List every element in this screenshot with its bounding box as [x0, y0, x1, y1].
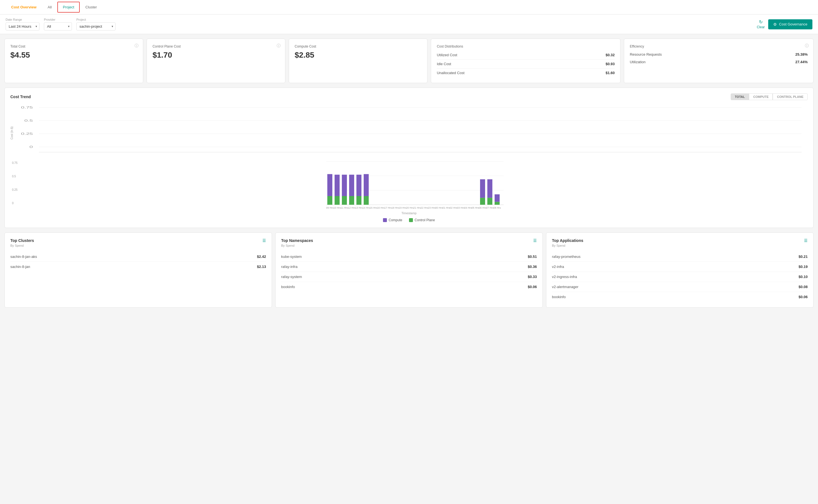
- top-namespaces-card: Top Namespaces ☰ By Spend kube-system $0…: [275, 232, 543, 308]
- app-value-4: $0.06: [798, 295, 808, 299]
- cost-governance-button[interactable]: ⚙ Cost Governance: [768, 19, 812, 29]
- svg-rect-15: [327, 196, 332, 205]
- cluster-label-0: sachin-8-jan-aks: [10, 255, 37, 259]
- cluster-row-0: sachin-8-jan-aks $2.42: [10, 252, 266, 262]
- app-label-0: rafay-prometheus: [552, 255, 580, 259]
- resource-requests-row: Resource Requests 25.38%: [630, 51, 808, 58]
- svg-text:14 Hrs: 14 Hrs: [363, 206, 370, 209]
- svg-rect-14: [327, 174, 332, 196]
- chart-tab-total[interactable]: TOTAL: [731, 93, 749, 100]
- efficiency-info-icon[interactable]: ⓘ: [805, 43, 809, 48]
- cluster-value-0: $2.42: [257, 255, 266, 259]
- date-range-label: Date Range: [6, 18, 39, 21]
- chart-tabs: TOTAL COMPUTE CONTROL PLANE: [731, 93, 808, 100]
- tab-cluster[interactable]: Cluster: [80, 1, 102, 14]
- provider-label: Provider: [44, 18, 72, 21]
- cost-governance-label: Cost Governance: [779, 22, 807, 26]
- control-plane-cost-value: $1.70: [152, 51, 279, 60]
- bar-chart-container: 09 Hrs10 Hrs11 Hrs12 Hrs13 Hrs14 Hrs15 H…: [25, 161, 805, 210]
- namespace-value-2: $0.33: [528, 275, 537, 279]
- svg-text:19 Hrs: 19 Hrs: [399, 206, 406, 209]
- compute-legend-label: Compute: [389, 218, 402, 222]
- svg-rect-51: [487, 198, 492, 205]
- cost-dist-title: Cost Distributions: [437, 44, 615, 48]
- app-row-4: bookinfo $0.06: [552, 292, 808, 302]
- cost-trend-card: Cost Trend TOTAL COMPUTE CONTROL PLANE C…: [4, 88, 814, 228]
- top-applications-card: Top Applications ☰ By Spend rafay-promet…: [546, 232, 814, 308]
- clear-button[interactable]: ↻ Clear: [757, 19, 765, 29]
- cost-trend-chart-svg: 0.75 0.5 0.25 0: [15, 105, 808, 161]
- svg-rect-24: [349, 196, 354, 205]
- utilized-cost-row: Utilized Cost $0.32: [437, 51, 615, 60]
- efficiency-title: Efficiency: [630, 44, 808, 48]
- control-plane-cost-card: Control Plane Cost $1.70 ⓘ: [147, 39, 285, 83]
- svg-rect-17: [335, 175, 340, 196]
- svg-text:17 Hrs: 17 Hrs: [384, 206, 392, 209]
- svg-rect-21: [342, 196, 347, 205]
- utilization-label: Utilization: [630, 60, 645, 64]
- chart-title: Cost Trend: [10, 95, 31, 99]
- date-range-filter: Date Range Last 24 Hours: [6, 18, 39, 30]
- top-clusters-card: Top Clusters ☰ By Spend sachin-8-jan-aks…: [4, 232, 272, 308]
- app-label-2: v2-ingress-infra: [552, 275, 577, 279]
- svg-text:07 Hrs: 07 Hrs: [486, 206, 494, 209]
- chart-tab-compute[interactable]: COMPUTE: [749, 93, 773, 100]
- total-cost-title: Total Cost: [10, 44, 137, 48]
- top-namespaces-list-icon[interactable]: ☰: [533, 238, 537, 243]
- namespace-row-2: rafay-system $0.33: [281, 272, 537, 282]
- svg-text:0: 0: [29, 145, 33, 149]
- namespace-label-0: kube-system: [281, 255, 302, 259]
- namespace-value-1: $0.36: [528, 265, 537, 269]
- date-range-select-wrapper[interactable]: Last 24 Hours: [6, 22, 39, 30]
- date-range-select[interactable]: Last 24 Hours: [6, 22, 39, 30]
- svg-text:02 Hrs: 02 Hrs: [450, 206, 457, 209]
- app-value-3: $0.08: [798, 285, 808, 289]
- y-axis-title: Cost (In $): [10, 126, 13, 140]
- namespace-row-3: bookinfo $0.06: [281, 282, 537, 292]
- app-row-3: v2-alertmanager $0.08: [552, 282, 808, 292]
- svg-text:0.5: 0.5: [24, 119, 33, 122]
- top-applications-title: Top Applications: [552, 238, 583, 243]
- svg-text:05 Hrs: 05 Hrs: [472, 206, 479, 209]
- svg-rect-29: [364, 174, 369, 196]
- svg-text:0.25: 0.25: [21, 132, 33, 135]
- svg-text:13 Hrs: 13 Hrs: [355, 206, 363, 209]
- project-select-wrapper[interactable]: sachin-project: [76, 22, 116, 30]
- svg-text:15 Hrs: 15 Hrs: [370, 206, 377, 209]
- svg-rect-53: [495, 194, 500, 202]
- total-cost-info-icon[interactable]: ⓘ: [135, 43, 138, 48]
- svg-text:03 Hrs: 03 Hrs: [457, 206, 465, 209]
- chart-legend: Compute Control Plane: [10, 218, 808, 222]
- project-select[interactable]: sachin-project: [76, 22, 116, 30]
- tab-project[interactable]: Project: [57, 2, 80, 13]
- idle-cost-row: Idle Cost $0.93: [437, 60, 615, 69]
- top-applications-list-icon[interactable]: ☰: [804, 238, 808, 243]
- unallocated-cost-label: Unallocated Cost: [437, 71, 464, 75]
- top-clusters-subtitle: By Spend: [10, 244, 266, 247]
- namespace-row-0: kube-system $0.51: [281, 252, 537, 262]
- chart-tab-control-plane[interactable]: CONTROL PLANE: [773, 93, 808, 100]
- svg-text:01 Hrs: 01 Hrs: [443, 206, 450, 209]
- unallocated-cost-row: Unallocated Cost $1.60: [437, 69, 615, 77]
- provider-select-wrapper[interactable]: All: [44, 22, 72, 30]
- resource-requests-value: 25.38%: [795, 52, 808, 56]
- top-applications-subtitle: By Spend: [552, 244, 808, 247]
- utilization-row: Utilization 27.44%: [630, 58, 808, 66]
- utilized-cost-value: $0.32: [606, 53, 615, 57]
- svg-rect-26: [356, 175, 361, 196]
- project-label: Project: [76, 18, 116, 21]
- control-plane-cost-info-icon[interactable]: ⓘ: [277, 43, 281, 48]
- top-clusters-list-icon[interactable]: ☰: [262, 238, 266, 243]
- filter-bar-right: ↻ Clear ⚙ Cost Governance: [757, 19, 812, 29]
- svg-rect-47: [480, 179, 485, 198]
- provider-select[interactable]: All: [44, 22, 72, 30]
- svg-rect-20: [342, 175, 347, 196]
- app-label-3: v2-alertmanager: [552, 285, 579, 289]
- cluster-label-1: sachin-8-jan: [10, 265, 30, 269]
- tab-all[interactable]: All: [42, 1, 57, 14]
- svg-rect-23: [349, 175, 354, 196]
- svg-text:22 Hrs: 22 Hrs: [421, 206, 428, 209]
- tab-cost-overview[interactable]: Cost Overview: [6, 1, 42, 14]
- compute-legend-dot: [383, 218, 387, 222]
- app-value-2: $0.10: [798, 275, 808, 279]
